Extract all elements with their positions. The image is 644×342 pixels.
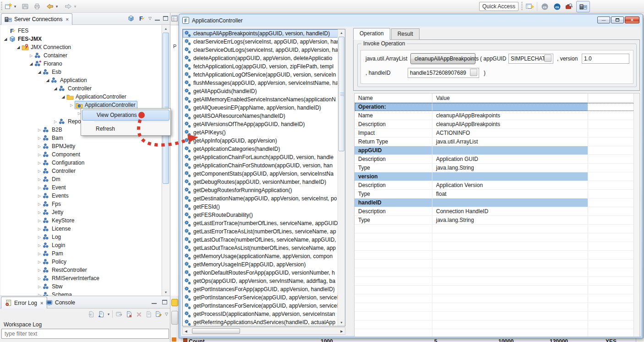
export-log-icon[interactable] — [87, 311, 95, 318]
operation-item[interactable]: getAllAppGuids(handleID) — [183, 87, 345, 95]
operation-item[interactable]: getFESId() — [183, 203, 345, 211]
scrollbar-thumb[interactable] — [338, 37, 344, 151]
table-row[interactable]: DescriptioncleanupAllAppBreakpoints — [355, 120, 639, 129]
tree-item[interactable]: ◢JMX Connection — [0, 43, 161, 51]
operations-scrollbar[interactable]: ▲ ▼ — [338, 29, 345, 326]
expander-open-icon[interactable]: ◢ — [60, 94, 66, 99]
perspective-es-blue-button[interactable]: es — [552, 1, 562, 11]
minimize-button[interactable]: — — [597, 17, 610, 23]
server-new-icon[interactable] — [127, 15, 135, 22]
open-perspective-button[interactable] — [525, 1, 535, 11]
operation-item[interactable]: getDebugRoutesforRunningApplication() — [183, 186, 345, 194]
expander-closed-icon[interactable]: ▷ — [36, 177, 43, 182]
perspective-debug-button[interactable] — [564, 1, 574, 11]
operation-item[interactable]: getFESRouteDurability() — [183, 211, 345, 219]
tree-item[interactable]: ◢Esb — [0, 68, 161, 76]
tree-item[interactable]: ▷Policy — [0, 258, 161, 266]
toolbar-drag-handle[interactable] — [1, 2, 2, 11]
operation-item[interactable]: fetchApplicationLogOfService(appGUID, ve… — [183, 71, 345, 79]
expander-closed-icon[interactable]: ▷ — [36, 243, 43, 248]
operation-item[interactable]: getAllMemoryEnabledServiceInstanceNames(… — [183, 95, 345, 104]
operation-item[interactable]: getMemoryUsageInEP(appGUID, appVersion) — [183, 260, 345, 269]
tree-item[interactable]: ◢FES-JMX — [0, 35, 161, 43]
forward-dropdown[interactable]: ▾ — [73, 4, 77, 9]
maximize-icon[interactable] — [162, 300, 167, 304]
operation-item[interactable]: getNonDefaultRoutesForApp(appGUID, versi… — [183, 269, 345, 277]
save-button[interactable] — [20, 1, 30, 11]
operation-item[interactable]: getApplicationChainForLaunch(appGUID, ve… — [183, 153, 345, 161]
scroll-up-icon[interactable]: ▲ — [338, 29, 345, 36]
expander-closed-icon[interactable]: ▷ — [36, 194, 43, 198]
operation-item[interactable]: getLastErrorTrace(numberOfLines, service… — [183, 219, 345, 227]
expander-closed-icon[interactable]: ▷ — [36, 276, 43, 281]
operation-item[interactable]: clearServiceOutLogs(serviceInst, appGUID… — [183, 46, 345, 54]
tree-item[interactable]: ▷Fps — [0, 200, 161, 208]
operation-item[interactable]: getAPIKeys() — [183, 128, 345, 137]
delete-log-icon[interactable] — [136, 311, 143, 318]
operation-item[interactable]: getApplicationCategories(handleID) — [183, 145, 345, 153]
minimize-icon[interactable] — [152, 300, 157, 304]
scrollbar-thumb[interactable] — [192, 328, 240, 334]
operation-item[interactable]: getProcessID(applicationName, appVersion… — [183, 310, 345, 318]
tree-item[interactable]: ▷Component — [0, 150, 161, 159]
handleid-editor-button[interactable] — [470, 69, 477, 76]
menu-item-view-operations[interactable]: View Operations — [82, 110, 169, 121]
import-dropdown-icon[interactable]: ▾ — [108, 312, 109, 316]
toolbar-drag-handle[interactable] — [521, 2, 523, 11]
perspective-es-grey-button[interactable]: es — [540, 1, 550, 11]
expander-open-icon[interactable]: ◢ — [44, 78, 51, 83]
expander-closed-icon[interactable]: ▷ — [36, 219, 43, 223]
new-wizard-button[interactable] — [3, 1, 13, 11]
table-row[interactable]: DescriptionApplication Version — [355, 181, 639, 190]
table-row[interactable]: ImpactACTIONINFO — [355, 129, 639, 138]
view-menu-icon[interactable]: ▽ — [165, 312, 168, 316]
tab-console[interactable]: Console — [42, 297, 79, 309]
tree-item[interactable]: ▷Container — [0, 51, 161, 60]
expander-closed-icon[interactable]: ▷ — [36, 186, 43, 190]
tree-item[interactable]: ▷Dm — [0, 175, 161, 183]
operation-item[interactable]: getDestinationName(appGUID, appVersion, … — [183, 194, 345, 203]
operation-item[interactable]: getLastErrorTraceAsList(numberOfLines, s… — [183, 227, 345, 236]
table-row[interactable]: DescriptionConnection HandleID — [355, 207, 639, 216]
expander-open-icon[interactable]: ◢ — [28, 61, 34, 66]
tree-item[interactable]: ▷Event — [0, 183, 161, 192]
table-row[interactable]: handleID — [355, 199, 639, 207]
tree-item[interactable]: ◢Controller — [0, 84, 161, 93]
operation-item[interactable]: getDebugRoutes(appGUID, versionNumber, h… — [183, 178, 345, 186]
version-input[interactable] — [582, 54, 629, 64]
tree-item[interactable]: ▷Sbw — [0, 282, 161, 291]
column-value[interactable]: Value — [432, 94, 588, 102]
tree-item[interactable]: ▷BPMJetty — [0, 142, 161, 150]
tree-item[interactable]: ◢Application — [0, 76, 161, 84]
operation-item[interactable]: getPortInstancesForApp(appGUID, appVersi… — [183, 285, 345, 293]
new-wizard-dropdown[interactable]: ▾ — [13, 4, 17, 9]
table-row[interactable]: Typejava.lang.String — [355, 216, 639, 225]
operation-item[interactable]: clearServiceErrLogs(serviceInst, appGUID… — [183, 38, 345, 46]
expander-open-icon[interactable]: ◢ — [36, 70, 43, 74]
expander-closed-icon[interactable]: ▷ — [36, 153, 43, 157]
expander-closed-icon[interactable]: ▷ — [36, 260, 43, 264]
quick-access-button[interactable]: Quick Access — [479, 2, 518, 11]
dialog-titlebar[interactable]: F ApplicationController — × — [179, 14, 643, 27]
print-button[interactable] — [32, 1, 42, 11]
table-row[interactable]: NamecleanupAllAppBreakpoints — [355, 111, 639, 120]
tree-item[interactable]: ▷Events — [0, 192, 161, 200]
operation-item[interactable]: getLastOutTraceAsList(numberOfLines, ser… — [183, 244, 345, 252]
expander-closed-icon[interactable]: ▷ — [36, 202, 43, 206]
search-icon[interactable] — [171, 299, 178, 306]
properties-icon[interactable] — [146, 311, 152, 318]
expander-closed-icon[interactable]: ▷ — [36, 169, 43, 173]
scroll-down-icon[interactable]: ▼ — [338, 319, 345, 326]
expander-closed-icon[interactable]: ▷ — [36, 235, 43, 239]
tab-result[interactable]: Result — [391, 28, 420, 40]
open-log-icon[interactable] — [115, 311, 123, 318]
operation-item[interactable]: deleteApplication(appGUID, appVersion, d… — [183, 54, 345, 62]
tree-scrollbar[interactable]: ▲ ▼ — [162, 25, 169, 296]
perspective-server-connections-button[interactable] — [576, 1, 590, 12]
operation-item[interactable]: getPortInstancesForService(appGUID, appV… — [183, 302, 345, 310]
table-row[interactable]: appGUID — [355, 146, 639, 155]
minimize-icon[interactable] — [155, 17, 160, 21]
tree-item[interactable]: FFES — [0, 27, 161, 35]
tree-item[interactable]: ◢ApplicationController — [0, 93, 161, 101]
tree-item[interactable]: ▷RMIServerInterface — [0, 274, 161, 282]
